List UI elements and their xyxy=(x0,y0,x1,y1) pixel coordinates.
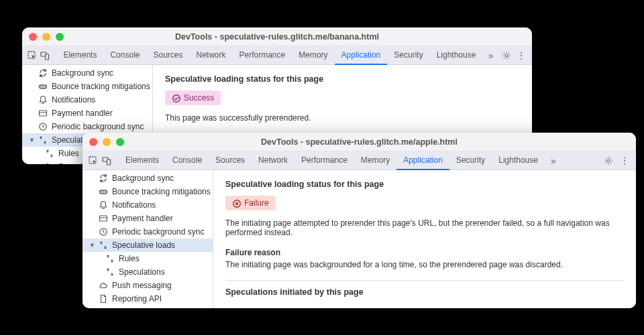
tab-elements[interactable]: Elements xyxy=(119,151,166,170)
sidebar-item-speculations[interactable]: Speculations xyxy=(83,265,213,279)
device-toggle-icon[interactable] xyxy=(40,50,50,61)
arrows-icon xyxy=(105,267,115,277)
sidebar-item-notifications[interactable]: Notifications xyxy=(83,198,213,212)
kebab-menu-icon[interactable]: ⋮ xyxy=(619,155,631,166)
sidebar-item-payment-handler[interactable]: Payment handler xyxy=(83,212,213,225)
settings-icon[interactable] xyxy=(502,51,513,60)
more-tabs-icon[interactable]: » xyxy=(485,50,496,61)
status-description: The initiating page attempted to prerend… xyxy=(225,218,624,237)
sidebar-item-payment-handler[interactable]: Payment handler xyxy=(22,107,152,120)
sidebar-item-label: Periodic background sync xyxy=(52,122,144,131)
window-title: DevTools - speculative-rules.glitch.me/a… xyxy=(83,137,636,147)
sidebar: Background syncBounce tracking mitigatio… xyxy=(83,170,213,308)
tab-lighthouse[interactable]: Lighthouse xyxy=(430,46,483,65)
sidebar-item-label: Reporting API xyxy=(112,294,162,304)
sidebar-item-label: Push messaging xyxy=(112,281,172,290)
section-heading: Speculative loading status for this page xyxy=(165,74,520,84)
tab-application[interactable]: Application xyxy=(335,46,388,65)
card-icon xyxy=(38,109,48,118)
close-button[interactable] xyxy=(29,33,37,41)
tab-memory[interactable]: Memory xyxy=(354,151,396,170)
sync-icon xyxy=(99,174,108,183)
failure-reason-text: The initiating page was backgrounded for… xyxy=(225,260,624,269)
arrows-icon xyxy=(38,135,48,145)
tab-elements[interactable]: Elements xyxy=(56,46,103,65)
panel-tabs: ElementsConsoleSourcesNetworkPerformance… xyxy=(119,151,545,170)
tab-memory[interactable]: Memory xyxy=(292,46,334,65)
bell-icon xyxy=(99,200,108,210)
tab-security[interactable]: Security xyxy=(387,46,429,65)
tab-security[interactable]: Security xyxy=(449,151,492,170)
bounce-icon xyxy=(99,187,108,196)
bell-icon xyxy=(38,95,48,105)
sidebar-item-notifications[interactable]: Notifications xyxy=(22,93,152,107)
inspect-icon[interactable] xyxy=(88,155,99,166)
expand-caret-icon: ▼ xyxy=(89,242,95,249)
sidebar-item-speculative-loads[interactable]: ▼Speculative loads xyxy=(83,239,213,252)
arrows-icon xyxy=(45,162,54,164)
section-heading: Speculations initiated by this page xyxy=(225,287,624,297)
sidebar-item-periodic-background-sync[interactable]: Periodic background sync xyxy=(83,225,213,239)
sidebar-item-rules[interactable]: Rules xyxy=(83,252,213,265)
minimize-button[interactable] xyxy=(103,138,111,146)
panel-tabs: ElementsConsoleSourcesNetworkPerformance… xyxy=(56,46,482,65)
arrows-icon xyxy=(45,149,54,158)
sidebar-item-label: Background sync xyxy=(112,174,174,183)
sidebar-item-label: Notifications xyxy=(52,95,95,105)
status-label: Success xyxy=(184,93,214,103)
tab-console[interactable]: Console xyxy=(166,151,209,170)
sidebar-item-label: Speculative loads xyxy=(112,241,175,250)
titlebar[interactable]: DevTools - speculative-rules.glitch.me/a… xyxy=(83,133,636,151)
section-heading: Speculative loading status for this page xyxy=(225,180,624,189)
settings-icon[interactable] xyxy=(604,156,616,165)
cloud-icon xyxy=(99,281,108,290)
status-badge: Failure xyxy=(225,196,276,210)
sidebar-item-label: Background sync xyxy=(52,68,113,78)
doc-icon xyxy=(99,294,108,304)
sidebar-item-label: Payment handler xyxy=(52,109,113,118)
tab-sources[interactable]: Sources xyxy=(209,151,252,170)
more-tabs-icon[interactable]: » xyxy=(547,155,559,166)
tab-network[interactable]: Network xyxy=(252,151,294,170)
kebab-menu-icon[interactable]: ⋮ xyxy=(515,50,527,61)
card-icon xyxy=(99,214,108,223)
sidebar-item-background-sync[interactable]: Background sync xyxy=(83,172,213,185)
sidebar-item-label: Payment handler xyxy=(112,214,173,223)
tab-console[interactable]: Console xyxy=(103,46,146,65)
sidebar-item-label: Speculations xyxy=(119,267,165,277)
status-badge: Success xyxy=(165,90,221,105)
titlebar[interactable]: DevTools - speculative-rules.glitch.me/b… xyxy=(22,27,532,46)
window-title: DevTools - speculative-rules.glitch.me/b… xyxy=(22,32,532,42)
traffic-lights xyxy=(89,138,124,146)
sidebar-item-push-messaging[interactable]: Push messaging xyxy=(83,279,213,292)
tab-network[interactable]: Network xyxy=(190,46,233,65)
bounce-icon xyxy=(38,82,48,91)
devtools-toolbar: ElementsConsoleSourcesNetworkPerformance… xyxy=(22,46,532,65)
zoom-button[interactable] xyxy=(56,33,64,41)
sidebar-item-bounce-tracking-mitigations[interactable]: Bounce tracking mitigations xyxy=(83,185,213,198)
check-circle-icon xyxy=(172,94,180,103)
zoom-button[interactable] xyxy=(116,138,124,146)
devtools-toolbar: ElementsConsoleSourcesNetworkPerformance… xyxy=(83,151,636,170)
tab-lighthouse[interactable]: Lighthouse xyxy=(492,151,545,170)
device-toggle-icon[interactable] xyxy=(101,155,112,166)
sidebar-item-periodic-background-sync[interactable]: Periodic background sync xyxy=(22,120,152,133)
divider xyxy=(225,280,624,281)
tab-application[interactable]: Application xyxy=(396,151,449,170)
arrows-icon xyxy=(105,254,115,263)
sidebar-item-label: Rules xyxy=(119,254,140,263)
devtools-window-2: DevTools - speculative-rules.glitch.me/a… xyxy=(83,133,636,308)
tab-performance[interactable]: Performance xyxy=(233,46,292,65)
inspect-icon[interactable] xyxy=(28,50,38,61)
sidebar-item-reporting-api[interactable]: Reporting API xyxy=(83,292,213,306)
sidebar-item-background-sync[interactable]: Background sync xyxy=(22,66,152,80)
minimize-button[interactable] xyxy=(42,33,50,41)
expand-caret-icon: ▼ xyxy=(29,137,34,143)
tab-performance[interactable]: Performance xyxy=(294,151,354,170)
failure-reason-heading: Failure reason xyxy=(225,248,624,257)
clock-icon xyxy=(99,227,108,237)
sidebar-item-bounce-tracking-mitigations[interactable]: Bounce tracking mitigations xyxy=(22,80,152,93)
tab-sources[interactable]: Sources xyxy=(146,46,189,65)
arrows-icon xyxy=(99,241,108,250)
close-button[interactable] xyxy=(89,138,97,146)
